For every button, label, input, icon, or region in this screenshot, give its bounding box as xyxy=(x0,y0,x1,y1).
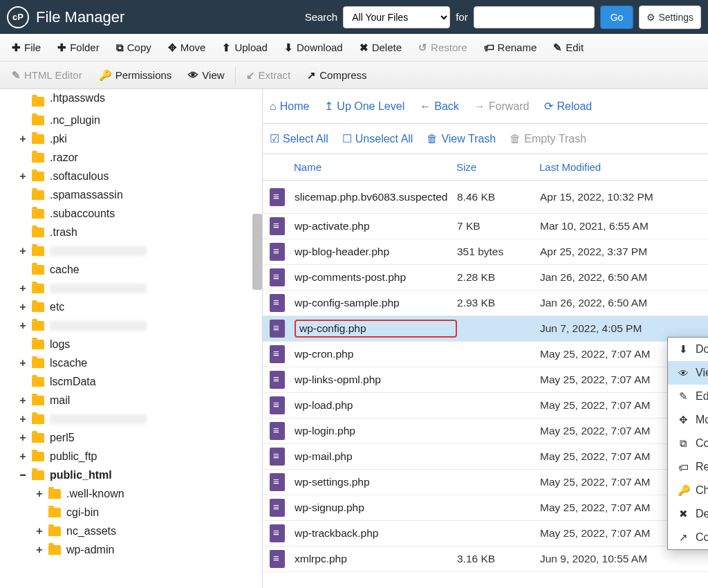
column-size[interactable]: Size xyxy=(456,161,539,173)
expander-icon[interactable]: + xyxy=(18,357,28,369)
restore-button[interactable]: ↺Restore xyxy=(410,38,476,57)
view-button[interactable]: 👁View xyxy=(180,66,232,84)
extract-button[interactable]: ↙Extract xyxy=(238,66,299,85)
file-row[interactable]: wp-mail.phpMay 25, 2022, 7:07 AM xyxy=(263,444,708,470)
up-one-level-button[interactable]: ↥Up One Level xyxy=(324,100,404,113)
select-all-button[interactable]: ☑Select All xyxy=(270,132,328,145)
html-editor-button[interactable]: ✎HTML Editor xyxy=(3,66,91,85)
context-delete[interactable]: ✖Delete xyxy=(668,502,708,526)
expander-icon[interactable]: − xyxy=(18,469,28,481)
tree-item-.subaccounts[interactable]: .subaccounts xyxy=(0,204,262,223)
forward-button[interactable]: →Forward xyxy=(474,100,530,113)
tree-item-cgi-bin[interactable]: cgi-bin xyxy=(0,503,262,522)
context-copy[interactable]: ⧉Copy xyxy=(668,432,708,455)
context-change-permissions[interactable]: 🔑Change Permissions xyxy=(668,479,708,502)
tree-item-.htpasswds[interactable]: .htpasswds xyxy=(0,92,262,111)
tree-item-.well-known[interactable]: +.well-known xyxy=(0,484,262,503)
expander-icon[interactable]: + xyxy=(18,320,28,332)
tree-item-lscmData[interactable]: lscmData xyxy=(0,372,262,391)
context-view[interactable]: 👁View xyxy=(668,361,708,385)
expander-icon[interactable]: + xyxy=(35,525,44,538)
search-scope-select[interactable]: All Your Files xyxy=(343,6,450,28)
tree-item-etc[interactable]: +etc xyxy=(0,297,262,316)
file-row[interactable]: wp-config.phpJun 7, 2022, 4:05 PM xyxy=(263,316,708,342)
tree-item-blurred[interactable]: + xyxy=(0,410,262,428)
expander-icon[interactable]: + xyxy=(18,413,28,425)
tree-item-nc_assets[interactable]: +nc_assets xyxy=(0,522,262,540)
file-row[interactable]: wp-comments-post.php2.28 KBJan 26, 2022,… xyxy=(263,265,708,291)
expander-icon[interactable]: + xyxy=(18,170,28,183)
expander-icon[interactable]: + xyxy=(18,245,28,257)
settings-label: Settings xyxy=(658,12,693,23)
upload-button[interactable]: ⬆Upload xyxy=(214,38,276,57)
permissions-button[interactable]: 🔑Permissions xyxy=(91,66,180,85)
folder-button[interactable]: ✚Folder xyxy=(49,38,108,57)
expander-icon[interactable]: + xyxy=(18,450,28,463)
expander-icon[interactable]: + xyxy=(35,488,44,500)
back-button[interactable]: ←Back xyxy=(420,100,459,113)
scrollbar-thumb[interactable] xyxy=(252,214,262,290)
file-list[interactable]: slicemap.php.bv6083.suspected8.46 KBApr … xyxy=(263,181,708,588)
context-rename[interactable]: 🏷Rename xyxy=(668,455,708,479)
expander-icon[interactable]: + xyxy=(18,301,28,313)
tree-item-logs[interactable]: logs xyxy=(0,335,262,353)
tree-item-blurred[interactable]: + xyxy=(0,279,262,297)
tree-item-.softaculous[interactable]: +.softaculous xyxy=(0,167,262,185)
reload-button[interactable]: ⟳Reload xyxy=(544,100,592,113)
expander-icon[interactable]: + xyxy=(35,544,44,556)
tree-item-cache[interactable]: cache xyxy=(0,260,262,279)
home-button[interactable]: ⌂Home xyxy=(270,100,309,113)
tree-item-public_ftp[interactable]: +public_ftp xyxy=(0,447,262,466)
edit-button[interactable]: ✎Edit xyxy=(545,38,592,57)
file-row[interactable]: wp-settings.phpMay 25, 2022, 7:07 AM xyxy=(263,470,708,495)
compress-button[interactable]: ↗Compress xyxy=(299,66,375,85)
empty-trash-button[interactable]: 🗑Empty Trash xyxy=(510,133,586,145)
search-input[interactable] xyxy=(474,6,595,28)
go-button[interactable]: Go xyxy=(600,6,634,29)
context-edit[interactable]: ✎Edit xyxy=(668,385,708,408)
tree-item-public_html[interactable]: −public_html xyxy=(0,466,262,484)
download-button[interactable]: ⬇Download xyxy=(276,38,351,57)
unselect-all-button[interactable]: ☐Unselect All xyxy=(342,132,413,145)
tree-item-perl5[interactable]: +perl5 xyxy=(0,428,262,447)
file-row[interactable]: wp-cron.phpMay 25, 2022, 7:07 AM xyxy=(263,342,708,367)
file-row[interactable]: wp-signup.phpMay 25, 2022, 7:07 AM xyxy=(263,495,708,521)
rename-button[interactable]: 🏷Rename xyxy=(476,38,546,57)
file-row[interactable]: xmlrpc.php3.16 KBJun 9, 2020, 10:55 AM xyxy=(263,546,708,572)
context-download[interactable]: ⬇Download xyxy=(668,338,708,361)
file-button[interactable]: ✚File xyxy=(3,38,49,57)
file-row[interactable]: wp-blog-header.php351 bytesApr 25, 2022,… xyxy=(263,239,708,265)
expander-icon[interactable]: + xyxy=(18,282,28,295)
file-row[interactable]: wp-load.phpMay 25, 2022, 7:07 AM xyxy=(263,393,708,419)
folder-tree[interactable]: .htpasswds.nc_plugin+.pki.razor+.softacu… xyxy=(0,89,263,588)
tree-item-mail[interactable]: +mail xyxy=(0,391,262,410)
column-last-modified[interactable]: Last Modified xyxy=(539,161,708,173)
tree-item-.pki[interactable]: +.pki xyxy=(0,129,262,148)
file-row[interactable]: slicemap.php.bv6083.suspected8.46 KBApr … xyxy=(263,181,708,214)
file-row[interactable]: wp-login.phpMay 25, 2022, 7:07 AM xyxy=(263,419,708,444)
context-move[interactable]: ✥Move xyxy=(668,408,708,432)
move-button[interactable]: ✥Move xyxy=(160,38,214,57)
settings-button[interactable]: ⚙ Settings xyxy=(639,6,701,29)
tree-item-lscache[interactable]: +lscache xyxy=(0,353,262,372)
copy-button[interactable]: ⧉Copy xyxy=(108,38,160,57)
file-row[interactable]: wp-activate.php7 KBMar 10, 2021, 6:55 AM xyxy=(263,214,708,239)
expander-icon[interactable]: + xyxy=(18,133,28,145)
expander-icon[interactable]: + xyxy=(18,432,28,444)
tree-item-.razor[interactable]: .razor xyxy=(0,148,262,167)
tree-item-wp-admin[interactable]: +wp-admin xyxy=(0,540,262,559)
tree-item-blurred[interactable]: + xyxy=(0,241,262,260)
file-row[interactable]: wp-trackback.phpMay 25, 2022, 7:07 AM xyxy=(263,521,708,546)
view-trash-button[interactable]: 🗑View Trash xyxy=(427,133,496,145)
ctx-label: Edit xyxy=(696,390,708,403)
expander-icon[interactable]: + xyxy=(18,394,28,407)
file-row[interactable]: wp-links-opml.phpMay 25, 2022, 7:07 AM xyxy=(263,367,708,393)
context-compress[interactable]: ↗Compress xyxy=(668,526,708,549)
tree-item-.nc_plugin[interactable]: .nc_plugin xyxy=(0,111,262,129)
column-name[interactable]: Name xyxy=(294,161,456,173)
file-row[interactable]: wp-config-sample.php2.93 KBJan 26, 2022,… xyxy=(263,291,708,316)
tree-item-.trash[interactable]: .trash xyxy=(0,223,262,241)
tree-item-.spamassassin[interactable]: .spamassassin xyxy=(0,185,262,204)
delete-button[interactable]: ✖Delete xyxy=(351,38,410,57)
tree-item-blurred[interactable]: + xyxy=(0,316,262,335)
